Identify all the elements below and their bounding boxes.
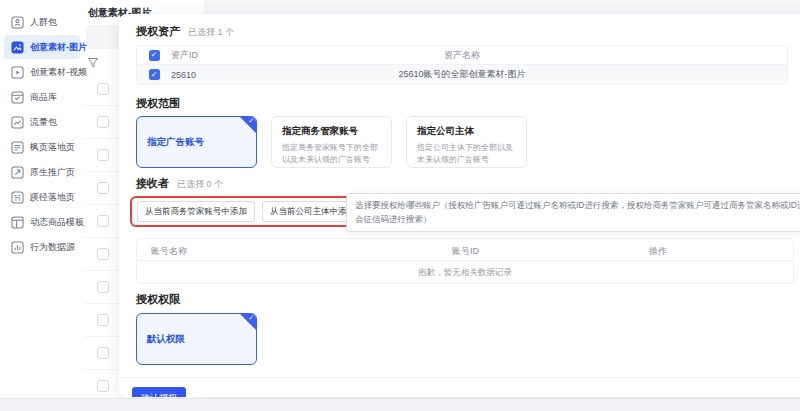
assets-header-id: 资产ID — [171, 49, 198, 62]
assets-selected-badge: 已选择 1 个 — [188, 26, 234, 39]
authorization-modal: 授权资产 已选择 1 个 ✓ 资产ID 资产名称 ✓ 25610 25610账号… — [119, 14, 800, 397]
bottom-page-strip — [0, 398, 800, 411]
scope-card-label: 指定公司主体 — [417, 125, 516, 138]
permission-cards: ✓ 默认权限 — [136, 313, 800, 365]
empty-state-text: 抱歉，暂无相关数据记录 — [137, 267, 793, 279]
assets-table-header-row: ✓ 资产ID 资产名称 — [137, 46, 787, 65]
sidebar-item-label: 商品库 — [30, 91, 57, 104]
row-checkbox[interactable] — [97, 380, 109, 392]
sidebar-item-label: 人群包 — [30, 16, 57, 29]
scope-section-title: 授权范围 — [136, 96, 180, 111]
receivers-controls: 从当前商务管家账号中添加 从当前公司主体中添加 选择要授权给哪些账户（授权给广告… — [136, 196, 800, 232]
behavior-data-source-icon — [11, 241, 24, 254]
row-checkbox[interactable] — [97, 116, 109, 128]
scope-card-company-entity[interactable]: 指定公司主体 指定公司主体下的全部以及未来认领的广告账号 — [406, 116, 527, 168]
scope-card-desc: 指定公司主体下的全部以及未来认领的广告账号 — [417, 142, 516, 166]
permission-card-label: 默认权限 — [147, 333, 185, 346]
sidebar-item-creative-video[interactable]: 创意素材-视频 — [4, 60, 80, 84]
scope-card-ad-account[interactable]: ✓ 指定广告账号 — [136, 116, 257, 168]
assets-section-title: 授权资产 — [136, 24, 180, 39]
scope-card-desc: 指定商务管家账号下的全部以及未来认领的广告账号 — [282, 142, 381, 166]
assets-header-name: 资产名称 — [444, 49, 480, 62]
receivers-table-header-row: 账号名称 账号ID 操作 — [137, 239, 793, 261]
screen: 人群包 创意素材-图片 创意素材-视频 商品库 流量包 — [0, 0, 800, 411]
sidebar-item-label: 创意素材-视频 — [30, 66, 87, 79]
asset-row-checkbox[interactable]: ✓ — [149, 69, 160, 80]
audience-package-icon — [11, 16, 24, 29]
assets-table: ✓ 资产ID 资产名称 ✓ 25610 25610账号的全部创意素材-图片 — [136, 45, 788, 85]
fengye-landing-page-icon — [11, 141, 24, 154]
hint-line-2: 会征信码进行搜索） — [355, 213, 800, 227]
sidebar-item-traffic-package[interactable]: 流量包 — [4, 110, 80, 134]
sidebar-item-audience-package[interactable]: 人群包 — [4, 10, 80, 34]
receivers-header-name: 账号名称 — [151, 245, 187, 258]
row-checkbox[interactable] — [97, 182, 109, 194]
sidebar-item-label: 流量包 — [30, 116, 57, 129]
row-checkbox[interactable] — [97, 314, 109, 326]
product-library-icon — [11, 91, 24, 104]
creative-image-icon — [11, 41, 24, 54]
sidebar-item-xijing-landing-page[interactable]: 蹊径落地页 — [4, 185, 80, 209]
dynamic-product-template-icon — [11, 216, 24, 229]
sidebar-item-product-library[interactable]: 商品库 — [4, 85, 80, 109]
sidebar-item-label: 蹊径落地页 — [30, 191, 75, 204]
row-checkbox[interactable] — [97, 281, 109, 293]
sidebar-item-label: 创意素材-图片 — [30, 41, 87, 54]
sidebar-item-dynamic-product-template[interactable]: 动态商品模板 — [4, 210, 80, 234]
receivers-empty-row: 抱歉，暂无相关数据记录 — [137, 261, 793, 283]
footer-divider — [119, 377, 800, 378]
receivers-selected-badge: 已选择 0 个 — [177, 178, 223, 191]
permission-section-title: 授权权限 — [136, 292, 180, 307]
receivers-table: 账号名称 账号ID 操作 抱歉，暂无相关数据记录 — [136, 238, 794, 284]
scope-cards: ✓ 指定广告账号 指定商务管家账号 指定商务管家账号下的全部以及未来认领的广告账… — [136, 116, 800, 168]
sidebar-item-label: 原生推广页 — [30, 166, 75, 179]
scope-card-label: 指定广告账号 — [147, 136, 204, 149]
assets-table-row: ✓ 25610 25610账号的全部创意素材-图片 — [137, 65, 787, 84]
permission-card-default[interactable]: ✓ 默认权限 — [136, 313, 257, 365]
sidebar-item-native-promo-page[interactable]: 原生推广页 — [4, 160, 80, 184]
receivers-header-id: 账号ID — [452, 245, 479, 258]
hint-line-1: 选择要授权给哪些账户（授权给广告账户可通过账户名称或ID进行搜索，授权给商务管家… — [355, 199, 800, 213]
scope-card-business-manager[interactable]: 指定商务管家账号 指定商务管家账号下的全部以及未来认领的广告账号 — [271, 116, 392, 168]
sidebar-item-label: 行为数据源 — [30, 241, 75, 254]
receivers-section-title: 接收者 — [136, 176, 169, 191]
sidebar-item-creative-image[interactable]: 创意素材-图片 — [4, 35, 80, 59]
receivers-hint-tooltip: 选择要授权给哪些账户（授权给广告账户可通过账户名称或ID进行搜索，授权给商务管家… — [346, 193, 800, 232]
sidebar: 人群包 创意素材-图片 创意素材-视频 商品库 流量包 — [0, 0, 84, 398]
sidebar-item-label: 动态商品模板 — [30, 216, 84, 229]
asset-id-value: 25610 — [171, 70, 196, 80]
row-checkbox[interactable] — [97, 149, 109, 161]
sidebar-item-label: 枫页落地页 — [30, 141, 75, 154]
traffic-package-icon — [11, 116, 24, 129]
row-checkbox[interactable] — [97, 248, 109, 260]
sidebar-item-fengye-landing-page[interactable]: 枫页落地页 — [4, 135, 80, 159]
select-all-checkbox[interactable]: ✓ — [149, 50, 160, 61]
check-icon: ✓ — [248, 314, 254, 321]
xijing-landing-page-icon — [11, 191, 24, 204]
creative-video-icon — [11, 66, 24, 79]
check-icon: ✓ — [248, 117, 254, 124]
native-promo-page-icon — [11, 166, 24, 179]
row-checkbox[interactable] — [97, 83, 109, 95]
row-checkbox[interactable] — [97, 347, 109, 359]
confirm-authorization-button[interactable]: 确认授权 — [132, 387, 186, 397]
receivers-header-operation: 操作 — [649, 245, 667, 258]
funnel-icon[interactable] — [87, 55, 99, 67]
scope-card-label: 指定商务管家账号 — [282, 125, 381, 138]
sidebar-item-behavior-data-source[interactable]: 行为数据源 — [4, 235, 80, 259]
red-annotation-box: 从当前商务管家账号中添加 从当前公司主体中添加 — [130, 196, 370, 227]
add-from-business-manager-button[interactable]: 从当前商务管家账号中添加 — [137, 201, 255, 222]
asset-name-value: 25610账号的全部创意素材-图片 — [398, 68, 525, 81]
row-checkbox[interactable] — [97, 215, 109, 227]
